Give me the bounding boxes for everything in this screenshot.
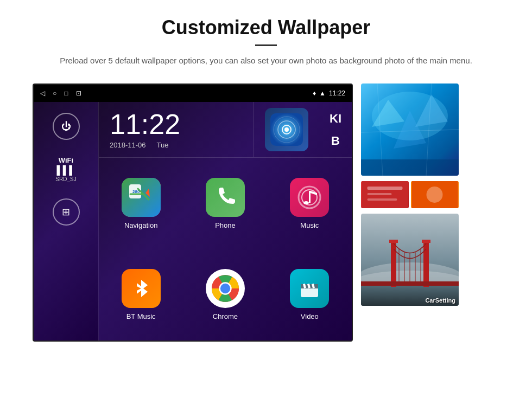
navigation-app-icon: 280 (122, 178, 161, 217)
widget-block[interactable] (254, 102, 319, 157)
music-svg (297, 185, 321, 209)
carsetting-label: CarSetting (425, 297, 455, 304)
screenshot-icon[interactable]: ⊡ (76, 89, 81, 97)
time-block: 11:22 2018-11-06 Tue (99, 102, 254, 157)
right-quick-icons: KI B (319, 102, 352, 157)
main-display-area: 11:22 2018-11-06 Tue (99, 102, 352, 341)
mini-thumbs-row (361, 181, 459, 208)
app-item-music[interactable]: Music (268, 158, 352, 249)
music-app-icon (290, 178, 329, 217)
wallpaper-thumb-ice[interactable] (361, 84, 459, 176)
app-item-video[interactable]: Video (268, 249, 352, 341)
svg-point-14 (220, 284, 230, 293)
svg-rect-31 (368, 193, 392, 195)
top-info-bar: 11:22 2018-11-06 Tue (99, 102, 352, 158)
bt-music-app-label: BT Music (126, 312, 156, 320)
date-row: 2018-11-06 Tue (110, 141, 243, 149)
apps-grid-icon: ⊞ (62, 206, 70, 218)
svg-point-34 (427, 187, 443, 203)
app-item-chrome[interactable]: Chrome (183, 249, 267, 341)
chrome-app-label: Chrome (213, 312, 238, 320)
status-bar: ◁ ○ □ ⊡ ♦ ▲ 11:22 (34, 85, 352, 102)
phone-app-icon (206, 178, 245, 217)
status-indicators: ♦ ▲ 11:22 (313, 89, 345, 97)
music-app-label: Music (300, 221, 319, 229)
bt-music-app-icon (122, 269, 161, 308)
apps-grid-button[interactable]: ⊞ (53, 198, 80, 226)
b-label: B (331, 134, 340, 148)
video-svg (297, 277, 321, 300)
app-item-navigation[interactable]: 280 Navigation (99, 158, 183, 249)
signal-widget-svg (270, 113, 303, 146)
wifi-block: WiFi ▌▌▌ SRD_SJ (55, 156, 76, 182)
wallpaper-panel: CarSetting (361, 84, 459, 306)
app-grid: 280 Navigation (99, 158, 352, 341)
svg-rect-42 (422, 240, 430, 243)
phone-app-label: Phone (215, 221, 236, 229)
wifi-label: WiFi (55, 156, 76, 164)
home-nav-icon[interactable]: ○ (53, 89, 56, 97)
svg-rect-39 (391, 241, 396, 287)
svg-point-4 (284, 127, 289, 132)
power-icon: ⏻ (61, 121, 71, 132)
navigation-app-label: Navigation (124, 221, 157, 229)
bluetooth-svg (129, 277, 153, 300)
status-time: 11:22 (329, 89, 345, 97)
mini-thumb-2[interactable] (411, 181, 459, 208)
page-description: Preload over 5 default wallpaper options… (54, 54, 478, 67)
wifi-signal-icon: ▲ (319, 89, 326, 97)
android-screen: ◁ ○ □ ⊡ ♦ ▲ 11:22 ⏻ WiFi ▌▌▌ SRD_ (33, 84, 353, 342)
power-button[interactable]: ⏻ (53, 113, 80, 140)
mini-thumb-1[interactable] (361, 181, 409, 208)
svg-rect-40 (423, 241, 429, 287)
bridge-svg (361, 214, 459, 306)
title-divider (255, 44, 277, 46)
video-app-label: Video (301, 312, 319, 320)
status-nav-icons: ◁ ○ □ ⊡ (40, 89, 81, 97)
page-title: Customized Wallpaper (54, 16, 478, 39)
screen-body: ⏻ WiFi ▌▌▌ SRD_SJ ⊞ 11:22 (34, 102, 352, 341)
svg-rect-32 (368, 198, 397, 201)
left-sidebar: ⏻ WiFi ▌▌▌ SRD_SJ ⊞ (34, 102, 99, 341)
ice-cave-svg (361, 84, 459, 176)
wifi-network-name: SRD_SJ (55, 176, 76, 182)
svg-rect-43 (361, 281, 459, 286)
app-item-bt-music[interactable]: BT Music (99, 249, 183, 341)
back-nav-icon[interactable]: ◁ (40, 89, 45, 97)
svg-rect-41 (389, 240, 398, 243)
chrome-app-icon (206, 269, 245, 308)
phone-svg (213, 185, 237, 209)
wallpaper-thumb-bridge[interactable]: CarSetting (361, 214, 459, 306)
current-day: Tue (157, 141, 169, 149)
svg-rect-25 (361, 159, 459, 176)
video-app-icon (290, 269, 329, 308)
chrome-svg (209, 272, 242, 305)
page-header: Customized Wallpaper Preload over 5 defa… (0, 0, 532, 78)
location-icon: ♦ (313, 89, 316, 97)
ki-label: KI (330, 112, 341, 126)
app-item-phone[interactable]: Phone (183, 158, 267, 249)
svg-rect-30 (368, 187, 403, 190)
svg-rect-10 (309, 191, 311, 203)
wifi-bars-icon: ▌▌▌ (55, 165, 76, 175)
current-date: 2018-11-06 (110, 141, 146, 149)
main-content: ◁ ○ □ ⊡ ♦ ▲ 11:22 ⏻ WiFi ▌▌▌ SRD_ (0, 78, 532, 347)
recent-nav-icon[interactable]: □ (64, 89, 68, 97)
current-time: 11:22 (110, 110, 243, 138)
svg-point-9 (303, 201, 309, 204)
widget-icon (265, 108, 308, 151)
